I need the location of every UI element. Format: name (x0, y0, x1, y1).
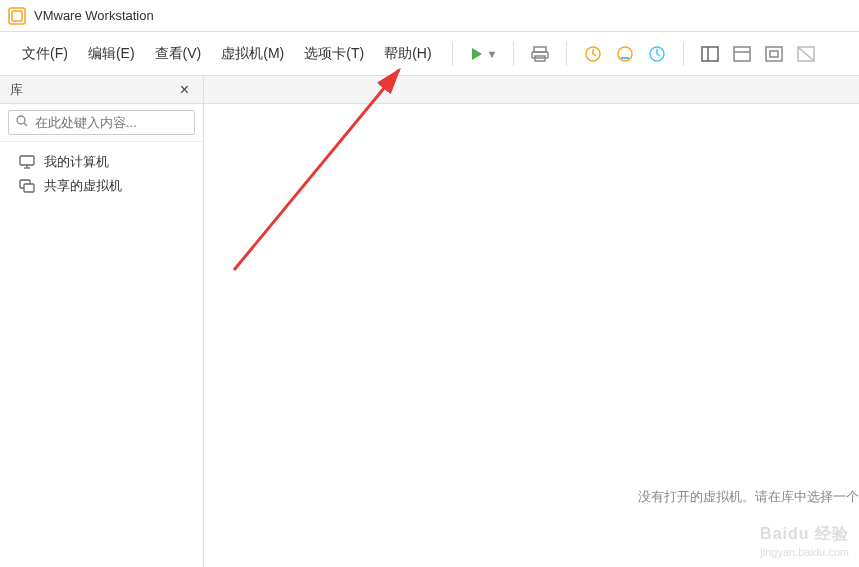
monitor-icon (18, 155, 36, 169)
chevron-down-icon: ▼ (487, 48, 498, 60)
svg-rect-14 (770, 51, 778, 57)
svg-point-17 (17, 116, 25, 124)
shared-icon (18, 179, 36, 193)
watermark-url: jingyan.baidu.com (760, 545, 849, 559)
empty-message: 没有打开的虚拟机。请在库中选择一个 (638, 488, 859, 506)
sidebar-title: 库 (10, 81, 23, 99)
menu-edit[interactable]: 编辑(E) (78, 39, 145, 69)
main-panel: 没有打开的虚拟机。请在库中选择一个 Baidu 经验 jingyan.baidu… (204, 76, 859, 567)
watermark: Baidu 经验 jingyan.baidu.com (760, 524, 849, 559)
search-input[interactable] (35, 115, 203, 130)
menu-tabs[interactable]: 选项卡(T) (294, 39, 374, 69)
svg-line-18 (24, 123, 27, 126)
snapshot-manager-icon[interactable] (613, 42, 637, 66)
menu-vm[interactable]: 虚拟机(M) (211, 39, 294, 69)
revert-icon[interactable] (645, 42, 669, 66)
svg-rect-19 (20, 156, 34, 165)
search-box[interactable]: ▼ (8, 110, 195, 135)
fullscreen-icon[interactable] (762, 42, 786, 66)
tree-item-shared-vm[interactable]: 共享的虚拟机 (10, 174, 193, 198)
titlebar: VMware Workstation (0, 0, 859, 32)
main-tab-strip (204, 76, 859, 104)
tree-item-my-computer[interactable]: 我的计算机 (10, 150, 193, 174)
menu-view[interactable]: 查看(V) (145, 39, 212, 69)
play-button-group[interactable]: ▼ (469, 46, 498, 62)
unity-icon[interactable] (794, 42, 818, 66)
svg-marker-2 (472, 48, 482, 60)
printer-icon[interactable] (528, 42, 552, 66)
separator (513, 42, 514, 66)
sidebar: 库 × ▼ 我的计算机 共享的虚拟机 (0, 76, 204, 567)
app-icon (8, 7, 26, 25)
layout-split-icon[interactable] (698, 42, 722, 66)
separator (452, 42, 453, 66)
sidebar-header: 库 × (0, 76, 203, 104)
play-icon (469, 46, 485, 62)
tree-item-label: 我的计算机 (44, 153, 109, 171)
layout-single-icon[interactable] (730, 42, 754, 66)
app-title: VMware Workstation (34, 8, 154, 23)
svg-rect-23 (24, 184, 34, 192)
tree: 我的计算机 共享的虚拟机 (0, 142, 203, 206)
tree-item-label: 共享的虚拟机 (44, 177, 122, 195)
close-icon[interactable]: × (176, 81, 193, 99)
separator (566, 42, 567, 66)
content-area: 库 × ▼ 我的计算机 共享的虚拟机 (0, 76, 859, 567)
watermark-title: Baidu 经验 (760, 524, 849, 545)
separator (683, 42, 684, 66)
svg-rect-1 (12, 11, 22, 21)
snapshot-icon[interactable] (581, 42, 605, 66)
svg-rect-13 (766, 47, 782, 61)
search-row: ▼ (0, 104, 203, 142)
search-icon (15, 114, 29, 131)
svg-rect-9 (702, 47, 718, 61)
menubar: 文件(F) 编辑(E) 查看(V) 虚拟机(M) 选项卡(T) 帮助(H) ▼ (0, 32, 859, 76)
svg-line-16 (799, 48, 813, 60)
menu-file[interactable]: 文件(F) (12, 39, 78, 69)
svg-rect-11 (734, 47, 750, 61)
menu-help[interactable]: 帮助(H) (374, 39, 441, 69)
